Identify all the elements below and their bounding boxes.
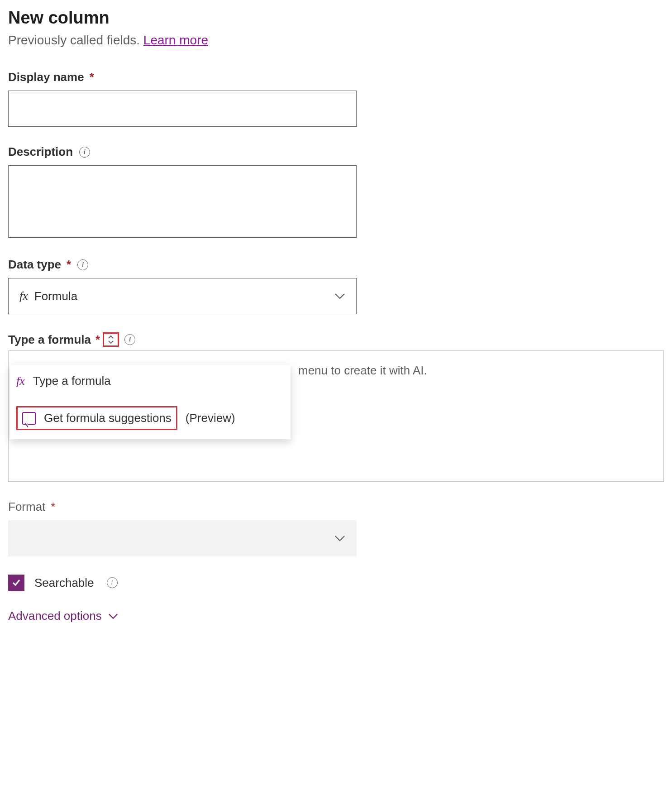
panel-title: New column — [8, 8, 664, 28]
required-asterisk: * — [67, 258, 71, 272]
formula-label-text: Type a formula — [8, 333, 91, 347]
data-type-select[interactable]: fx Formula — [8, 278, 357, 314]
chat-icon — [22, 412, 36, 425]
info-icon[interactable]: i — [79, 147, 90, 158]
fx-icon: fx — [19, 289, 28, 303]
panel-subtitle: Previously called fields. Learn more — [8, 33, 664, 48]
advanced-options-toggle[interactable]: Advanced options — [8, 609, 664, 623]
fx-icon: fx — [16, 374, 25, 388]
formula-dropdown-menu: fx Type a formula Get formula suggestion… — [10, 365, 291, 439]
data-type-value: Formula — [34, 289, 77, 303]
learn-more-link[interactable]: Learn more — [143, 33, 208, 47]
chevron-down-icon — [334, 293, 345, 299]
checkmark-icon — [11, 578, 21, 588]
format-label-text: Format — [8, 500, 45, 514]
display-name-label: Display name * — [8, 70, 664, 84]
info-icon[interactable]: i — [107, 577, 118, 588]
required-asterisk: * — [51, 500, 55, 514]
description-input[interactable] — [8, 165, 357, 238]
data-type-label-text: Data type — [8, 258, 61, 272]
required-asterisk: * — [90, 70, 94, 84]
formula-mode-toggle[interactable] — [103, 332, 119, 347]
up-down-chevron-icon — [108, 336, 114, 344]
get-suggestions-highlight: Get formula suggestions — [16, 406, 177, 430]
subtitle-text: Previously called fields. — [8, 33, 143, 47]
advanced-options-label: Advanced options — [8, 609, 102, 623]
searchable-label: Searchable — [34, 576, 94, 590]
menu-item-get-suggestions[interactable]: Get formula suggestions (Preview) — [10, 397, 291, 439]
info-icon[interactable]: i — [124, 334, 135, 345]
display-name-label-text: Display name — [8, 70, 84, 84]
data-type-label: Data type * i — [8, 258, 664, 272]
description-label-text: Description — [8, 145, 73, 159]
format-select[interactable] — [8, 520, 357, 556]
menu-item-label: Type a formula — [33, 374, 111, 388]
preview-badge: (Preview) — [186, 411, 235, 425]
description-label: Description i — [8, 145, 664, 159]
menu-item-label: Get formula suggestions — [44, 411, 172, 425]
formula-label: Type a formula * i — [8, 332, 664, 347]
required-asterisk: * — [95, 333, 100, 347]
menu-item-type-formula[interactable]: fx Type a formula — [10, 365, 291, 397]
info-icon[interactable]: i — [77, 259, 88, 270]
display-name-input[interactable] — [8, 91, 357, 127]
formula-placeholder-text: menu to create it with AI. — [298, 364, 427, 378]
chevron-down-icon — [108, 613, 118, 619]
format-label: Format * — [8, 500, 664, 514]
searchable-checkbox[interactable] — [8, 575, 24, 591]
chevron-down-icon — [334, 535, 345, 542]
